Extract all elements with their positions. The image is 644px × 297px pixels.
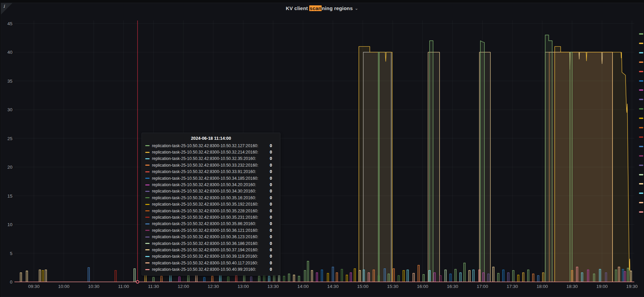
x-tick-label: 17:30	[507, 284, 518, 289]
legend-item[interactable]	[639, 136, 643, 138]
series-color-dash	[145, 210, 150, 211]
tooltip-series-value: 0	[270, 267, 277, 272]
series-spike	[212, 276, 213, 282]
series-color-dash	[145, 243, 150, 244]
legend-item[interactable]	[639, 89, 643, 91]
tooltip-series-value: 0	[270, 163, 277, 168]
legend-item[interactable]	[639, 174, 643, 175]
tooltip-series-label: replication-task-25-10.50.32.42:8300-10.…	[152, 163, 266, 168]
series-spike	[373, 270, 375, 282]
series-spike	[571, 270, 573, 282]
tooltip-series-label: replication-task-25-10.50.32.42:8300-10.…	[152, 235, 266, 239]
legend-item[interactable]	[639, 52, 643, 53]
legend-item[interactable]	[639, 61, 643, 63]
y-tick-label: 5	[2, 251, 12, 256]
tooltip-row: replication-task-25-10.50.32.42:8300-10.…	[145, 156, 277, 162]
tooltip-series-label: replication-task-25-10.50.32.42:8300-10.…	[152, 196, 266, 200]
series-spike	[20, 273, 22, 282]
series-spike	[627, 268, 629, 282]
tooltip-row: replication-task-25-10.50.32.42:8300-10.…	[145, 142, 277, 149]
series-spike	[393, 269, 394, 282]
series-spike	[413, 273, 415, 282]
legend-item[interactable]	[639, 127, 643, 128]
series-spike	[359, 270, 361, 282]
series-spike	[45, 270, 47, 282]
legend-item[interactable]	[639, 193, 643, 194]
x-tick-label: 17:00	[477, 284, 488, 289]
legend-item[interactable]	[639, 33, 643, 35]
series-spike	[235, 275, 237, 282]
panel-info-corner[interactable]	[1, 3, 12, 14]
tooltip-series-value: 0	[270, 202, 277, 207]
series-color-dash	[145, 165, 150, 166]
series-spike	[513, 270, 514, 282]
series-spike	[455, 269, 457, 282]
tooltip-series-label: replication-task-25-10.50.32.42:8300-10.…	[152, 248, 266, 252]
tooltip-series-value: 0	[270, 169, 277, 174]
legend-item[interactable]	[639, 80, 643, 82]
tooltip-row: replication-task-25-10.50.32.42:8300-10.…	[145, 260, 277, 266]
y-tick-label: 45	[2, 21, 12, 26]
tooltip-series-label: replication-task-25-10.50.32.42:8300-10.…	[152, 241, 266, 246]
tooltip-rows: replication-task-25-10.50.32.42:8300-10.…	[145, 142, 277, 273]
tooltip-series-label: replication-task-25-10.50.32.42:8300-10.…	[152, 143, 266, 148]
legend-item[interactable]	[639, 211, 643, 213]
series-color-dash	[145, 184, 150, 185]
series-spike	[161, 276, 162, 282]
tooltip-series-value: 0	[270, 221, 277, 226]
legend-item[interactable]	[639, 118, 643, 119]
series-spike	[473, 270, 474, 282]
tooltip-series-label: replication-task-25-10.50.32.42:8300-10.…	[152, 150, 266, 155]
tooltip-series-label: replication-task-25-10.50.32.42:8300-10.…	[152, 156, 266, 161]
legend-item[interactable]	[639, 71, 643, 72]
series-spike	[88, 267, 90, 282]
series-spike	[434, 273, 435, 282]
legend-item[interactable]	[639, 99, 643, 100]
series-spike	[518, 275, 519, 282]
legend-item[interactable]	[639, 108, 643, 110]
series-color-dash	[145, 223, 150, 224]
panel-header[interactable]: KV client scanning regions⌄	[1, 3, 643, 13]
series-block	[480, 41, 484, 282]
info-icon[interactable]: i	[3, 4, 5, 9]
series-spike	[350, 273, 352, 282]
series-spike	[268, 276, 270, 282]
x-tick-label: 15:00	[357, 284, 369, 289]
tooltip-series-label: replication-task-25-10.50.32.42:8300-10.…	[152, 169, 266, 174]
series-spike	[450, 274, 451, 282]
series-spike	[528, 270, 529, 282]
tooltip-series-value: 0	[270, 248, 277, 252]
series-block	[545, 35, 552, 282]
tooltip-row: replication-task-25-10.50.32.42:8300-10.…	[145, 162, 277, 168]
series-spike	[532, 274, 534, 282]
series-color-dash	[145, 191, 150, 192]
series-spike	[321, 270, 323, 282]
legend-item[interactable]	[639, 43, 643, 44]
chart-plot[interactable]	[1, 3, 644, 297]
tooltip-row: replication-task-25-10.50.32.42:8300-10.…	[145, 175, 277, 181]
chevron-down-icon[interactable]: ⌄	[355, 6, 358, 11]
tooltip-series-label: replication-task-25-10.50.32.42:8300-10.…	[152, 176, 266, 181]
legend-item[interactable]	[639, 183, 643, 184]
series-spike	[134, 269, 136, 282]
legend-item[interactable]	[639, 202, 643, 203]
tooltip-row: replication-task-25-10.50.32.42:8300-10.…	[145, 247, 277, 253]
tooltip-row: replication-task-25-10.50.32.42:8300-10.…	[145, 181, 277, 188]
series-color-dash	[145, 197, 150, 198]
series-spike	[469, 270, 470, 282]
series-spike	[263, 275, 265, 282]
legend-item[interactable]	[639, 155, 643, 157]
series-color-dash	[145, 256, 150, 257]
series-spike	[378, 275, 380, 282]
tooltip-row: replication-task-25-10.50.32.42:8300-10.…	[145, 266, 277, 272]
series-spike	[187, 275, 189, 282]
panel-title[interactable]: KV client scanning regions⌄	[286, 5, 358, 11]
series-block	[570, 52, 572, 282]
y-tick-label: 30	[2, 107, 12, 112]
legend-item[interactable]	[639, 165, 643, 166]
series-spike	[407, 270, 409, 282]
legend-item[interactable]	[639, 146, 643, 147]
kv-client-scanning-regions-panel: i KV client scanning regions⌄ 09:3010:00…	[1, 3, 643, 297]
y-tick-label: 25	[2, 136, 12, 141]
series-spike	[464, 263, 465, 282]
